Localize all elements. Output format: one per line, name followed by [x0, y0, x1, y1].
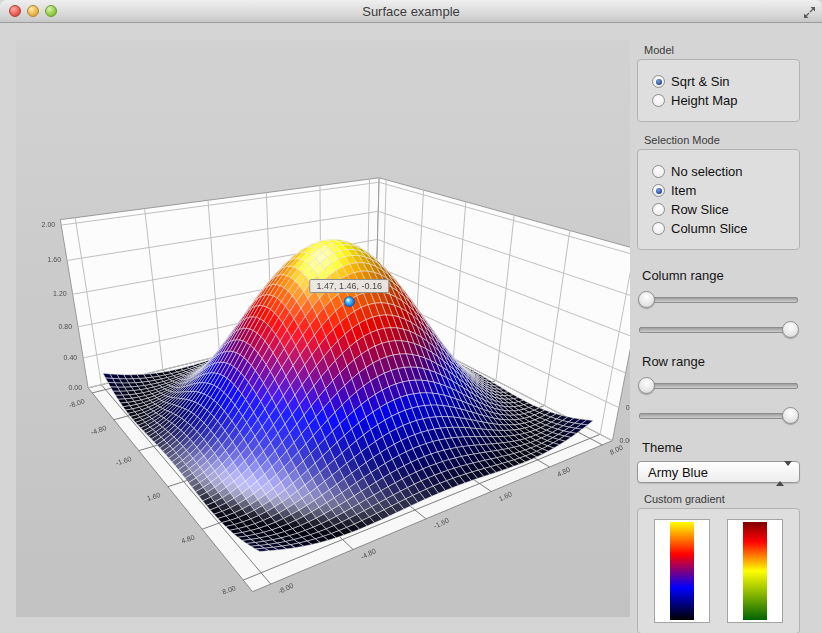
radio-icon[interactable] — [652, 165, 665, 178]
window-title: Surface example — [0, 4, 822, 19]
radio-label[interactable]: Height Map — [671, 93, 737, 108]
title-bar: Surface example — [0, 0, 822, 23]
gradient-button-green-yellow-red[interactable] — [727, 519, 783, 623]
control-panel: Model Sqrt & Sin Height Map Selection Mo… — [637, 40, 800, 633]
theme-selected-value: Army Blue — [648, 465, 708, 480]
radio-sqrt-sin[interactable]: Sqrt & Sin — [652, 72, 791, 91]
radio-icon[interactable] — [652, 222, 665, 235]
radio-height-map[interactable]: Height Map — [652, 91, 791, 110]
slider-knob[interactable] — [638, 377, 655, 394]
gradient-button-black-blue-red-yellow[interactable] — [654, 519, 710, 623]
custom-gradient-groupbox — [637, 508, 800, 633]
model-group-title: Model — [644, 44, 800, 56]
slider-track[interactable] — [639, 413, 798, 419]
selection-label: 1.47, 1.46, -0.16 — [310, 279, 390, 293]
radio-column-slice[interactable]: Column Slice — [652, 219, 791, 238]
model-groupbox: Sqrt & Sin Height Map — [637, 59, 800, 122]
column-range-min-slider[interactable] — [639, 291, 798, 308]
radio-label[interactable]: Item — [671, 183, 696, 198]
slider-knob[interactable] — [638, 291, 655, 308]
radio-icon[interactable] — [652, 75, 665, 88]
slider-knob[interactable] — [782, 321, 799, 338]
app-window: Surface example 1.47, 1.46, -0.16 Model … — [0, 0, 822, 633]
column-range-max-slider[interactable] — [639, 321, 798, 338]
slider-track[interactable] — [639, 327, 798, 333]
radio-no-selection[interactable]: No selection — [652, 162, 791, 181]
radio-icon[interactable] — [652, 203, 665, 216]
row-range-max-slider[interactable] — [639, 407, 798, 424]
slider-track[interactable] — [639, 297, 798, 303]
radio-icon[interactable] — [652, 94, 665, 107]
radio-icon[interactable] — [652, 184, 665, 197]
radio-label[interactable]: Column Slice — [671, 221, 748, 236]
radio-label[interactable]: No selection — [671, 164, 743, 179]
radio-label[interactable]: Sqrt & Sin — [671, 74, 730, 89]
radio-row-slice[interactable]: Row Slice — [652, 200, 791, 219]
theme-label: Theme — [642, 440, 800, 455]
theme-select[interactable]: Army Blue — [637, 461, 800, 483]
row-range-min-slider[interactable] — [639, 377, 798, 394]
row-range-label: Row range — [642, 354, 800, 369]
combo-stepper-icon[interactable] — [776, 466, 792, 481]
custom-gradient-group-title: Custom gradient — [644, 493, 800, 505]
surface-plot-canvas[interactable] — [16, 40, 630, 617]
fullscreen-icon[interactable] — [803, 5, 816, 18]
selection-mode-group-title: Selection Mode — [644, 134, 800, 146]
gradient-swatch — [670, 522, 694, 620]
plot-area: 1.47, 1.46, -0.16 — [16, 40, 630, 617]
slider-track[interactable] — [639, 383, 798, 389]
slider-knob[interactable] — [782, 407, 799, 424]
radio-label[interactable]: Row Slice — [671, 202, 729, 217]
gradient-swatch — [743, 522, 767, 620]
radio-item[interactable]: Item — [652, 181, 791, 200]
column-range-label: Column range — [642, 268, 800, 283]
selection-mode-groupbox: No selection Item Row Slice Column Slice — [637, 149, 800, 250]
